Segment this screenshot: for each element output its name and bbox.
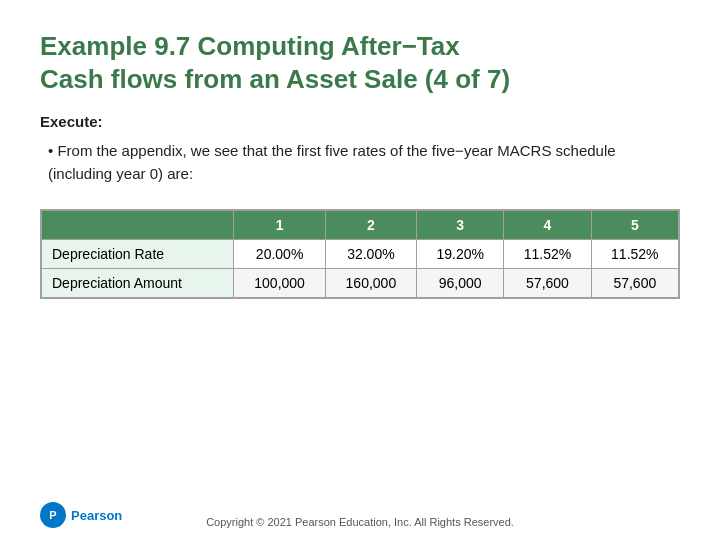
footer: Copyright © 2021 Pearson Education, Inc.…: [0, 516, 720, 528]
slide-title: Example 9.7 Computing After−Tax Cash flo…: [40, 30, 680, 95]
rate-year5: 11.52%: [591, 240, 678, 269]
amount-year1: 100,000: [234, 269, 325, 298]
row-label-amount: Depreciation Amount: [42, 269, 234, 298]
table-row-depreciation-rate: Depreciation Rate 20.00% 32.00% 19.20% 1…: [42, 240, 679, 269]
amount-year4: 57,600: [504, 269, 591, 298]
table-row-depreciation-amount: Depreciation Amount 100,000 160,000 96,0…: [42, 269, 679, 298]
title-line2: Cash flows from an Asset Sale: [40, 64, 418, 94]
rate-year3: 19.20%: [417, 240, 504, 269]
title-line1: Example 9.7 Computing After−Tax: [40, 31, 460, 61]
macrs-table: 1 2 3 4 5 Depreciation Rate 20.00% 32.00…: [41, 210, 679, 298]
copyright-text: Copyright © 2021 Pearson Education, Inc.…: [206, 516, 514, 528]
col-header-2: 2: [325, 211, 416, 240]
execute-label: Execute:: [40, 113, 680, 130]
slide-container: Example 9.7 Computing After−Tax Cash flo…: [0, 0, 720, 540]
rate-year2: 32.00%: [325, 240, 416, 269]
row-label-rate: Depreciation Rate: [42, 240, 234, 269]
table-header-row: 1 2 3 4 5: [42, 211, 679, 240]
col-header-1: 1: [234, 211, 325, 240]
col-header-5: 5: [591, 211, 678, 240]
amount-year3: 96,000: [417, 269, 504, 298]
rate-year1: 20.00%: [234, 240, 325, 269]
rate-year4: 11.52%: [504, 240, 591, 269]
col-header-3: 3: [417, 211, 504, 240]
amount-year5: 57,600: [591, 269, 678, 298]
title-subtitle: (4 of 7): [425, 64, 510, 94]
col-header-4: 4: [504, 211, 591, 240]
bullet-text: From the appendix, we see that the first…: [40, 140, 680, 185]
col-header-year: [42, 211, 234, 240]
macrs-table-wrapper: 1 2 3 4 5 Depreciation Rate 20.00% 32.00…: [40, 209, 680, 299]
amount-year2: 160,000: [325, 269, 416, 298]
